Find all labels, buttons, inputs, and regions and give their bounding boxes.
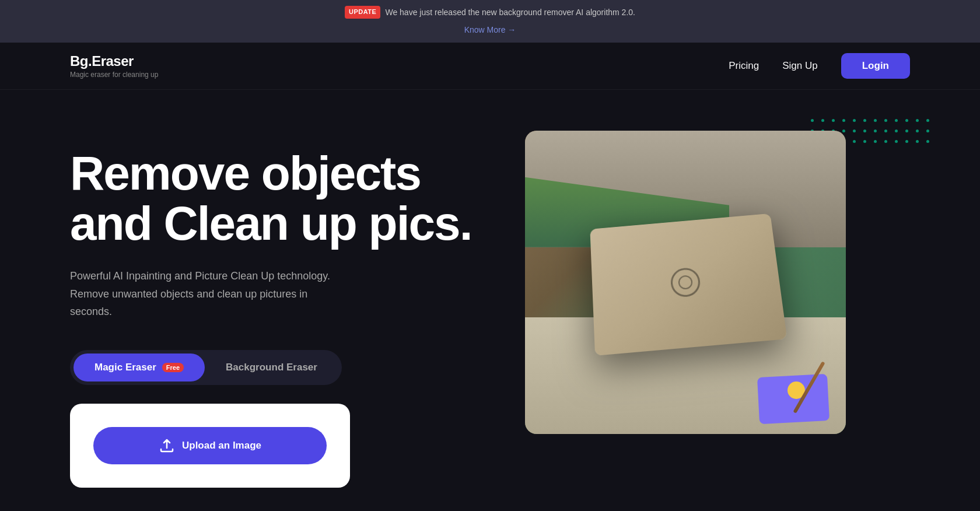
- signup-link[interactable]: Sign Up: [782, 60, 817, 72]
- upload-icon: [159, 438, 175, 454]
- login-button[interactable]: Login: [841, 53, 910, 79]
- decoration-dot: [884, 130, 887, 132]
- decoration-dot: [895, 130, 898, 132]
- decoration-dot: [832, 119, 835, 122]
- logo-title: Bg.Eraser: [70, 53, 158, 69]
- decoration-dot: [905, 119, 908, 122]
- logo: Bg.Eraser Magic eraser for cleaning up: [70, 53, 158, 79]
- decoration-dot: [884, 119, 887, 122]
- tab-background-eraser[interactable]: Background Eraser: [205, 354, 338, 382]
- laptop-logo: [670, 267, 701, 298]
- announcement-message: We have just released the new background…: [385, 6, 635, 19]
- decoration-dot: [863, 140, 866, 143]
- decoration-dot: [916, 119, 919, 122]
- decoration-dot: [863, 119, 866, 122]
- tab-background-eraser-label: Background Eraser: [226, 362, 317, 373]
- laptop-body: [590, 214, 787, 356]
- free-badge: Free: [162, 363, 184, 372]
- know-more-link[interactable]: Know More →: [464, 23, 516, 36]
- decoration-dot: [853, 140, 856, 143]
- decoration-dot: [916, 140, 919, 143]
- decoration-dot: [863, 130, 866, 132]
- decoration-dot: [916, 130, 919, 132]
- update-badge: UPDATE: [345, 6, 380, 19]
- upload-button-label: Upload an Image: [182, 440, 261, 452]
- decoration-dot: [853, 130, 856, 132]
- decoration-dot: [874, 130, 877, 132]
- announcement-bar: UPDATE We have just released the new bac…: [0, 0, 980, 43]
- nav-links: Pricing Sign Up Login: [729, 53, 910, 79]
- decoration-dot: [874, 140, 877, 143]
- hero-right: // Generate dots const dotsContainer = d…: [525, 131, 910, 434]
- decoration-dot: [895, 140, 898, 143]
- pricing-link[interactable]: Pricing: [729, 60, 759, 72]
- tab-magic-eraser[interactable]: Magic Eraser Free: [74, 354, 205, 382]
- decoration-dot: [842, 119, 845, 122]
- decoration-dot: [905, 130, 908, 132]
- decoration-dot: [811, 119, 814, 122]
- hero-title: Remove objects and Clean up pics.: [70, 148, 478, 249]
- laptop-scene: [525, 131, 846, 434]
- navigation: Bg.Eraser Magic eraser for cleaning up P…: [0, 43, 980, 90]
- decoration-dot: [853, 119, 856, 122]
- decoration-dot: [874, 119, 877, 122]
- tab-magic-eraser-label: Magic Eraser: [94, 362, 156, 373]
- decoration-dot: [905, 140, 908, 143]
- decoration-dot: [926, 140, 929, 143]
- upload-card: Upload an Image: [70, 404, 350, 488]
- hero-image: [525, 131, 846, 434]
- decoration-dot: [895, 119, 898, 122]
- logo-subtitle: Magic eraser for cleaning up: [70, 71, 158, 79]
- decoration-dot: [926, 119, 929, 122]
- upload-button[interactable]: Upload an Image: [93, 427, 327, 464]
- decoration-dot: [926, 130, 929, 132]
- decoration-dot: [821, 119, 824, 122]
- hero-left: Remove objects and Clean up pics. Powerf…: [70, 136, 478, 488]
- hero-description: Powerful AI Inpainting and Picture Clean…: [70, 267, 350, 321]
- tab-bar: Magic Eraser Free Background Eraser: [70, 350, 342, 385]
- decoration-dot: [884, 140, 887, 143]
- hero-section: Remove objects and Clean up pics. Powerf…: [0, 90, 980, 511]
